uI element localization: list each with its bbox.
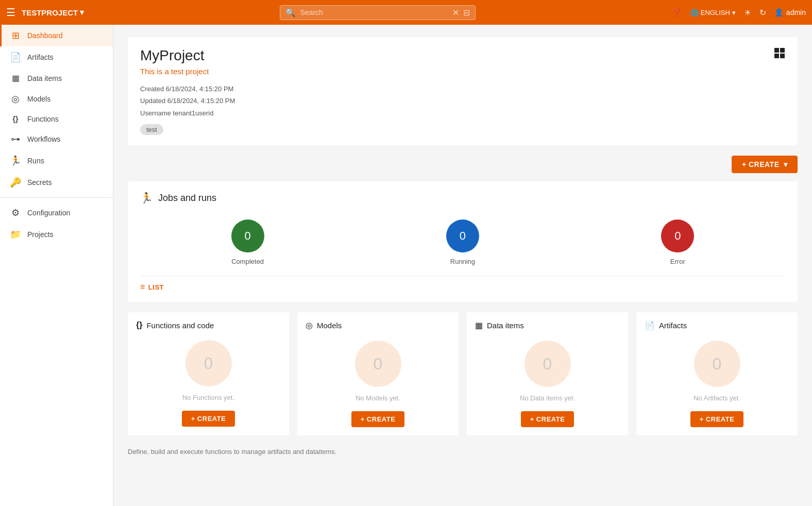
sidebar-label-data-items: Data items [27, 74, 62, 82]
filter-icon[interactable]: ⊟ [463, 8, 470, 18]
project-title: MyProject [140, 47, 785, 64]
sidebar-label-dashboard: Dashboard [27, 31, 63, 40]
sidebar-item-workflows[interactable]: ⊶ Workflows [0, 128, 113, 150]
models-count: 0 [374, 355, 383, 374]
project-chevron: ▾ [80, 8, 84, 17]
models-count-circle: 0 [355, 341, 401, 387]
completed-circle: 0 [231, 220, 264, 252]
search-input[interactable] [300, 8, 448, 16]
clear-search-icon[interactable]: ✕ [452, 8, 459, 18]
list-label: LIST [148, 283, 164, 291]
sidebar-label-models: Models [27, 95, 50, 103]
job-stat-error[interactable]: 0 Error [661, 220, 694, 265]
artifacts-empty-text: No Artifacts yet. [693, 394, 740, 402]
sidebar-label-projects: Projects [27, 230, 54, 239]
functions-icon: {} [10, 115, 21, 123]
workflows-icon: ⊶ [10, 133, 21, 145]
jobs-stats: 0 Completed 0 Running 0 Error [140, 214, 785, 276]
sidebar-item-functions[interactable]: {} Functions [0, 110, 113, 128]
project-tag[interactable]: test [140, 124, 163, 135]
artifacts-card-title: Artifacts [659, 321, 687, 330]
sidebar-item-data-items[interactable]: ▦ Data items [0, 68, 113, 88]
job-stat-completed[interactable]: 0 Completed [231, 220, 264, 265]
project-username: Username tenant1userid [140, 107, 785, 119]
sidebar-label-configuration: Configuration [27, 209, 70, 217]
language-selector[interactable]: 🌐 ENGLISH ▾ [690, 9, 736, 16]
project-meta: Created 6/18/2024, 4:15:20 PM Updated 6/… [140, 83, 785, 119]
sidebar-item-dashboard[interactable]: ⊞ Dashboard [0, 25, 113, 46]
data-items-empty-text: No Data items yet. [520, 394, 575, 402]
jobs-section-footer: ≡ LIST [140, 276, 785, 292]
refresh-icon[interactable]: ↻ [759, 8, 766, 18]
sidebar-label-workflows: Workflows [27, 135, 60, 143]
error-count: 0 [674, 229, 681, 243]
project-updated: Updated 6/18/2024, 4:15:20 PM [140, 95, 785, 107]
data-items-card-icon: ▦ [475, 321, 483, 330]
search-icon: 🔍 [285, 8, 296, 18]
navbar-actions: ❓ 🌐 ENGLISH ▾ ☀ ↻ 👤 admin [672, 8, 806, 18]
functions-card-title: Functions and code [146, 321, 214, 330]
sidebar-item-projects[interactable]: 📁 Projects [0, 224, 113, 245]
models-icon: ◎ [10, 93, 21, 105]
functions-card: {} Functions and code 0 No Functions yet… [128, 312, 289, 435]
search-bar[interactable]: 🔍 ✕ ⊟ [280, 5, 476, 20]
artifacts-create-button[interactable]: + CREATE [690, 411, 744, 427]
job-stat-running[interactable]: 0 Running [446, 220, 479, 265]
user-label: admin [786, 8, 806, 16]
create-button[interactable]: + CREATE ▾ [732, 156, 798, 173]
navbar: ☰ TESTPROJECT ▾ 🔍 ✕ ⊟ ❓ 🌐 ENGLISH ▾ ☀ ↻ … [0, 0, 812, 25]
runs-icon: 🏃 [10, 155, 21, 166]
data-items-create-button[interactable]: + CREATE [521, 411, 574, 427]
menu-icon[interactable]: ☰ [6, 6, 15, 19]
error-circle: 0 [661, 220, 694, 252]
translate-icon: 🌐 [690, 9, 699, 16]
artifacts-card-header: 📄 Artifacts [645, 321, 789, 330]
artifacts-card: 📄 Artifacts 0 No Artifacts yet. + CREATE [636, 312, 798, 435]
artifacts-card-icon: 📄 [645, 321, 655, 330]
sidebar: ⊞ Dashboard 📄 Artifacts ▦ Data items ◎ M… [0, 25, 113, 506]
jobs-icon: 🏃 [140, 192, 153, 204]
models-create-button[interactable]: + CREATE [351, 411, 405, 427]
theme-icon[interactable]: ☀ [744, 8, 751, 18]
svg-rect-2 [774, 54, 779, 58]
artifacts-create-label: + CREATE [700, 415, 735, 423]
functions-count: 0 [204, 354, 213, 373]
sidebar-item-artifacts[interactable]: 📄 Artifacts [0, 46, 113, 68]
list-icon: ≡ [140, 282, 145, 292]
completed-count: 0 [245, 229, 251, 243]
svg-rect-1 [780, 48, 785, 53]
models-empty-text: No Models yet. [356, 394, 400, 402]
create-button-wrap: + CREATE ▾ [128, 156, 798, 173]
models-card-icon: ◎ [306, 321, 313, 330]
sidebar-item-runs[interactable]: 🏃 Runs [0, 150, 113, 172]
running-circle: 0 [446, 220, 479, 252]
artifacts-count: 0 [713, 355, 722, 374]
sidebar-divider [0, 197, 113, 198]
data-items-icon: ▦ [10, 73, 21, 83]
projects-icon: 📁 [10, 229, 21, 240]
functions-create-button[interactable]: + CREATE [182, 411, 235, 427]
project-selector[interactable]: TESTPROJECT ▾ [22, 8, 84, 17]
user-menu[interactable]: 👤 admin [774, 8, 806, 16]
jobs-section-header: 🏃 Jobs and runs [140, 192, 785, 204]
project-header-card: MyProject This is a test project Created… [128, 37, 798, 145]
sidebar-item-models[interactable]: ◎ Models [0, 88, 113, 110]
error-label: Error [670, 258, 685, 265]
grid-view-icon[interactable] [774, 47, 785, 62]
sidebar-label-runs: Runs [27, 157, 44, 165]
data-items-card: ▦ Data items 0 No Data items yet. + CREA… [467, 312, 628, 435]
project-created: Created 6/18/2024, 4:15:20 PM [140, 83, 785, 95]
sidebar-item-configuration[interactable]: ⚙ Configuration [0, 202, 113, 224]
footer-text: Define, build and execute functions to m… [128, 446, 798, 458]
project-name: TESTPROJECT [22, 8, 78, 17]
sidebar-label-artifacts: Artifacts [27, 53, 54, 61]
user-icon: 👤 [774, 8, 783, 16]
cards-grid: {} Functions and code 0 No Functions yet… [128, 312, 798, 435]
help-icon[interactable]: ❓ [672, 8, 682, 18]
list-link[interactable]: ≡ LIST [140, 282, 785, 292]
data-items-count-circle: 0 [525, 341, 571, 387]
functions-card-header: {} Functions and code [136, 321, 281, 330]
data-items-create-label: + CREATE [530, 415, 565, 423]
main-layout: ⊞ Dashboard 📄 Artifacts ▦ Data items ◎ M… [0, 25, 812, 506]
sidebar-item-secrets[interactable]: 🔑 Secrets [0, 172, 113, 193]
